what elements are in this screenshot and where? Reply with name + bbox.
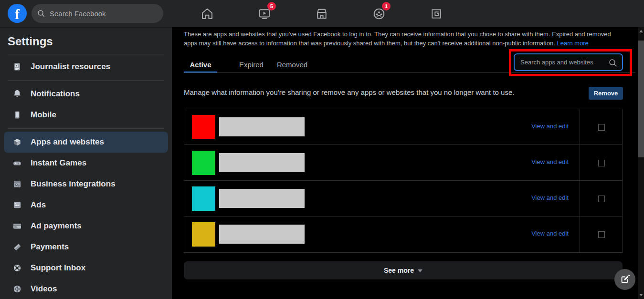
app-name-redacted bbox=[219, 153, 305, 172]
groups-badge: 1 bbox=[382, 2, 391, 10]
sidebar-item-notifications[interactable]: Notifications bbox=[4, 83, 168, 104]
app-name-redacted bbox=[219, 225, 305, 244]
apps-search-input[interactable] bbox=[515, 58, 601, 66]
top-navigation-bar: f 5 bbox=[0, 0, 644, 27]
nav-tab-gaming[interactable] bbox=[408, 0, 465, 27]
business-window-icon bbox=[11, 178, 23, 190]
lifebuoy-icon bbox=[11, 262, 23, 274]
divider bbox=[8, 128, 164, 129]
sidebar-item-label: Ad payments bbox=[31, 221, 82, 231]
scroll-down-arrow[interactable] bbox=[639, 294, 643, 296]
tab-active[interactable]: Active bbox=[184, 56, 217, 72]
divider bbox=[8, 54, 164, 54]
sidebar-title: Settings bbox=[8, 35, 172, 48]
tab-removed[interactable]: Removed bbox=[270, 56, 315, 72]
edit-pencil-icon bbox=[620, 274, 630, 285]
sidebar-item-videos[interactable]: Videos bbox=[4, 278, 168, 299]
see-more-button[interactable]: See more bbox=[184, 261, 623, 279]
app-row-checkbox[interactable] bbox=[598, 124, 605, 131]
nav-tab-marketplace[interactable] bbox=[293, 0, 350, 27]
app-name-redacted bbox=[219, 117, 305, 136]
manage-info-text: Manage what information you're sharing o… bbox=[184, 88, 514, 96]
app-icon-redacted bbox=[192, 186, 215, 211]
home-icon bbox=[201, 7, 214, 21]
view-and-edit-link[interactable]: View and edit bbox=[531, 158, 569, 165]
app-row: View and edit bbox=[184, 145, 622, 181]
mobile-icon bbox=[11, 109, 23, 121]
search-icon bbox=[37, 10, 45, 17]
scroll-up-arrow[interactable] bbox=[639, 30, 643, 32]
sidebar-item-apps-and-websites[interactable]: Apps and websites bbox=[4, 132, 168, 153]
app-row: View and edit bbox=[184, 181, 622, 217]
app-row: View and edit bbox=[184, 109, 622, 145]
apps-search-box[interactable] bbox=[514, 53, 623, 71]
sidebar-item-business-integrations[interactable]: Business integrations bbox=[4, 174, 168, 195]
game-controller-icon bbox=[11, 157, 23, 169]
sidebar-item-ad-payments[interactable]: Ad payments bbox=[4, 216, 168, 237]
app-row-checkbox[interactable] bbox=[598, 196, 605, 202]
divider bbox=[8, 80, 164, 81]
remove-button[interactable]: Remove bbox=[589, 87, 623, 100]
payment-card-icon bbox=[11, 241, 23, 253]
vertical-scrollbar[interactable] bbox=[638, 27, 644, 299]
tab-expired[interactable]: Expired bbox=[233, 56, 270, 72]
app-icon-redacted bbox=[192, 115, 215, 139]
sidebar-item-label: Support Inbox bbox=[31, 263, 85, 273]
search-icon bbox=[609, 59, 617, 67]
learn-more-link[interactable]: Learn more bbox=[557, 40, 588, 47]
sidebar-item-ads[interactable]: Ads bbox=[4, 195, 168, 216]
sidebar-item-label: Mobile bbox=[31, 110, 56, 120]
active-apps-table: View and edit View and edit View and edi… bbox=[184, 109, 623, 253]
app-icon-redacted bbox=[192, 222, 215, 247]
view-and-edit-link[interactable]: View and edit bbox=[531, 123, 569, 130]
app-name-redacted bbox=[219, 189, 305, 208]
app-row-checkbox[interactable] bbox=[598, 160, 605, 166]
nav-tab-groups[interactable]: 1 bbox=[350, 0, 408, 27]
ads-image-icon bbox=[11, 199, 23, 211]
scrollbar-thumb[interactable] bbox=[638, 41, 644, 157]
chevron-down-icon bbox=[418, 269, 422, 272]
sidebar-item-label: Notifications bbox=[31, 89, 80, 99]
sidebar-item-label: Business integrations bbox=[31, 179, 116, 189]
search-facebook-input[interactable] bbox=[49, 9, 144, 18]
sidebar-item-label: Apps and websites bbox=[31, 137, 104, 147]
sidebar-item-instant-games[interactable]: Instant Games bbox=[4, 153, 168, 174]
app-icon-redacted bbox=[192, 151, 215, 175]
apps-and-websites-panel: These are apps and websites that you've … bbox=[172, 27, 638, 299]
divider bbox=[184, 72, 635, 73]
panel-description: These are apps and websites that you've … bbox=[184, 30, 614, 48]
view-and-edit-link[interactable]: View and edit bbox=[531, 230, 569, 237]
sidebar-item-label: Videos bbox=[31, 284, 57, 294]
sidebar-item-label: Journalist resources bbox=[31, 62, 110, 72]
sidebar-item-journalist-resources[interactable]: Journalist resources bbox=[4, 56, 168, 77]
view-and-edit-link[interactable]: View and edit bbox=[531, 194, 569, 201]
marketplace-icon bbox=[315, 7, 328, 21]
sidebar-item-label: Ads bbox=[31, 200, 46, 210]
sidebar-item-payments[interactable]: Payments bbox=[4, 237, 168, 258]
sidebar-item-label: Instant Games bbox=[31, 158, 86, 168]
apps-cube-icon bbox=[11, 136, 23, 148]
topbar-nav-tabs: 5 1 bbox=[179, 0, 465, 27]
film-reel-icon bbox=[11, 283, 23, 295]
sidebar-item-support-inbox[interactable]: Support Inbox bbox=[4, 258, 168, 278]
description-text: These are apps and websites that you've … bbox=[184, 31, 611, 47]
bell-icon bbox=[11, 88, 23, 100]
facebook-search-bar[interactable] bbox=[32, 4, 163, 23]
settings-sidebar: Settings Journalist resources Notificati… bbox=[0, 27, 172, 299]
nav-tab-home[interactable] bbox=[179, 0, 236, 27]
column-divider bbox=[580, 109, 580, 252]
compose-edit-fab[interactable] bbox=[614, 269, 635, 290]
sidebar-item-label: Payments bbox=[31, 242, 69, 252]
credit-card-icon bbox=[11, 220, 23, 232]
gaming-icon bbox=[430, 8, 443, 20]
nav-tab-watch[interactable]: 5 bbox=[236, 0, 293, 27]
facebook-logo[interactable]: f bbox=[8, 4, 27, 23]
app-row-checkbox[interactable] bbox=[598, 231, 605, 238]
watch-badge: 5 bbox=[267, 2, 276, 10]
id-card-icon bbox=[11, 61, 23, 72]
app-row: View and edit bbox=[184, 217, 622, 252]
sidebar-item-mobile[interactable]: Mobile bbox=[4, 104, 168, 125]
see-more-label: See more bbox=[384, 267, 414, 274]
